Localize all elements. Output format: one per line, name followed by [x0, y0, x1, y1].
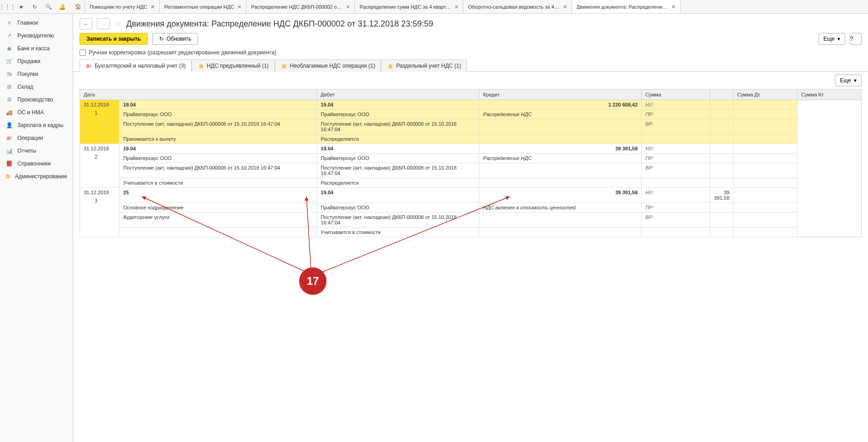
close-icon[interactable]: ×: [238, 3, 241, 11]
page-title: Движения документа: Распределение НДС ДК…: [126, 19, 433, 29]
grid-more-button[interactable]: Еще ▾: [835, 75, 862, 86]
sidebar-item-admin[interactable]: ✿Администрирование: [0, 170, 73, 183]
col-tag[interactable]: [710, 90, 734, 100]
register-icon: ▦: [198, 63, 204, 69]
sidebar-item-assets[interactable]: 🚚ОС и НМА: [0, 106, 73, 119]
sidebar-item-reports[interactable]: 📊Отчеты: [0, 144, 73, 157]
tab-5[interactable]: Движения документа: Распределение НДС ..…: [572, 0, 680, 13]
favorite-icon[interactable]: ☆: [114, 19, 122, 29]
tab-3[interactable]: Распределение сумм НДС за 4 квартал 201.…: [355, 0, 463, 13]
manual-edit-checkbox[interactable]: [80, 49, 86, 56]
book-icon: 📕: [5, 160, 13, 167]
tab-home[interactable]: 🏠: [71, 0, 85, 13]
table-row[interactable]: Принимается к вычету Распределяется: [80, 134, 862, 144]
table-row[interactable]: Поступление (акт, накладная) ДКБП-000008…: [80, 163, 862, 178]
inner-tab-vat-free[interactable]: ▦Необлагаемые НДС операции (1): [275, 59, 381, 72]
col-credit[interactable]: Кредит: [479, 90, 642, 100]
table-row[interactable]: Прайватерхаус ООО Прайватерхаус ООО Расп…: [80, 110, 862, 119]
sidebar-item-main[interactable]: ≡Главное: [0, 16, 73, 29]
tab-1[interactable]: Регламентные операции НДС×: [160, 0, 246, 13]
sidebar-item-operations[interactable]: ДтОперации: [0, 132, 73, 144]
col-skt[interactable]: Сумма Кт: [798, 90, 862, 100]
col-debit[interactable]: Дебет: [317, 90, 479, 100]
col-sdt[interactable]: Сумма Дт: [734, 90, 798, 100]
inner-tab-vat-split[interactable]: ▦Раздельный учет НДС (1): [381, 59, 467, 72]
tab-0[interactable]: Помощник по учету НДС×: [85, 0, 160, 13]
chart-icon: ↗: [5, 32, 13, 39]
more-button[interactable]: Еще ▾: [819, 33, 845, 45]
truck-icon: 🚚: [5, 109, 13, 116]
sidebar-item-bank[interactable]: ◉Банк и касса: [0, 42, 73, 55]
cog-icon: ✿: [5, 173, 11, 180]
tab-2[interactable]: Распределение НДС ДКБП-000002 от 31.12..…: [246, 0, 355, 13]
table-row[interactable]: Учитывается в стоимости: [80, 228, 862, 237]
refresh-button[interactable]: ↻Обновить: [152, 33, 198, 45]
table-row[interactable]: Основное подразделение Прайватерхаус ООО…: [80, 203, 862, 213]
menu-icon: ≡: [5, 19, 13, 27]
col-date[interactable]: Дата: [80, 90, 317, 100]
close-icon[interactable]: ×: [346, 3, 350, 11]
save-close-button[interactable]: Записать и закрыть: [80, 33, 148, 45]
table-row[interactable]: Учитывается в стоимости Распределяется: [80, 178, 862, 188]
refresh-icon: ↻: [159, 36, 164, 42]
back-button[interactable]: ←: [80, 18, 92, 29]
cart-icon: 🛒: [5, 58, 13, 65]
table-row[interactable]: Прайватерхаус ООО Прайватерхаус ООО Расп…: [80, 154, 862, 163]
bag-icon: 🛍: [5, 70, 13, 78]
inner-tab-vat-charged[interactable]: ▦НДС предъявленный (1): [192, 59, 274, 72]
home-icon: 🏠: [75, 4, 81, 10]
register-icon: ▦: [281, 63, 287, 69]
close-icon[interactable]: ×: [151, 3, 155, 11]
close-icon[interactable]: ×: [455, 3, 458, 11]
bell-icon[interactable]: 🔔: [58, 2, 67, 11]
gear-icon: ⚙: [5, 96, 13, 103]
table-row[interactable]: Аудиторские услуги Поступление (акт, нак…: [80, 213, 862, 228]
tab-4[interactable]: Оборотно-сальдовая ведомость за 4 кварта…: [463, 0, 572, 13]
manual-edit-label: Ручная корректировка (разрешает редактир…: [89, 49, 276, 56]
history-icon[interactable]: ↻: [30, 2, 39, 11]
chevron-down-icon: ▾: [837, 36, 840, 42]
main-content: ← → ☆ Движения документа: Распределение …: [73, 14, 868, 442]
annotation-badge: 17: [299, 267, 327, 295]
sidebar-item-warehouse[interactable]: ⊞Склад: [0, 80, 73, 93]
tabs-bar: 🏠 Помощник по учету НДС× Регламентные оп…: [71, 0, 865, 13]
sidebar-item-refs[interactable]: 📕Справочники: [0, 157, 73, 170]
dt-icon: Дт: [86, 63, 92, 69]
table-row[interactable]: 31.12.20182 19.04 19.04 39 391,58 НУ:: [80, 144, 862, 154]
top-toolbar: ⋮⋮⋮ ★ ↻ 🔍 🔔 🏠 Помощник по учету НДС× Рег…: [0, 0, 868, 14]
close-icon[interactable]: ×: [563, 3, 567, 11]
col-sum[interactable]: Сумма: [642, 90, 710, 100]
coin-icon: ◉: [5, 45, 13, 52]
table-row[interactable]: 31.12.20183 25 19.04 39 391,58 НУ: 39 39…: [80, 188, 862, 203]
sidebar-item-production[interactable]: ⚙Производство: [0, 93, 73, 106]
bars-icon: 📊: [5, 147, 13, 154]
sidebar-item-purchases[interactable]: 🛍Покупки: [0, 68, 73, 80]
search-icon[interactable]: 🔍: [44, 2, 53, 11]
sidebar-item-manager[interactable]: ↗Руководителю: [0, 29, 73, 42]
chevron-down-icon: ▾: [854, 77, 857, 84]
forward-button[interactable]: →: [97, 18, 110, 29]
star-icon[interactable]: ★: [16, 2, 26, 11]
table-row[interactable]: 31.12.20181 19.04 19.04 1 220 608,42 НУ:: [80, 100, 862, 110]
sidebar-item-sales[interactable]: 🛒Продажи: [0, 55, 73, 68]
inner-tab-accounting[interactable]: ДтБухгалтерский и налоговый учет (3): [80, 59, 192, 72]
register-icon: ▦: [387, 63, 393, 69]
postings-table: Дата Дебет Кредит Сумма Сумма Дт Сумма К…: [80, 89, 862, 237]
inner-tabs: ДтБухгалтерский и налоговый учет (3) ▦НД…: [73, 59, 868, 72]
close-icon[interactable]: ×: [672, 3, 675, 11]
sidebar-item-hr[interactable]: 👤Зарплата и кадры: [0, 119, 73, 132]
person-icon: 👤: [5, 122, 13, 129]
table-row[interactable]: Поступление (акт, накладная) ДКБП-000008…: [80, 119, 862, 134]
grid-icon: ⊞: [5, 83, 13, 91]
sidebar: ≡Главное ↗Руководителю ◉Банк и касса 🛒Пр…: [0, 14, 73, 442]
help-button[interactable]: ?: [850, 33, 862, 45]
apps-icon[interactable]: ⋮⋮⋮: [3, 2, 12, 11]
dt-icon: Дт: [5, 134, 13, 142]
